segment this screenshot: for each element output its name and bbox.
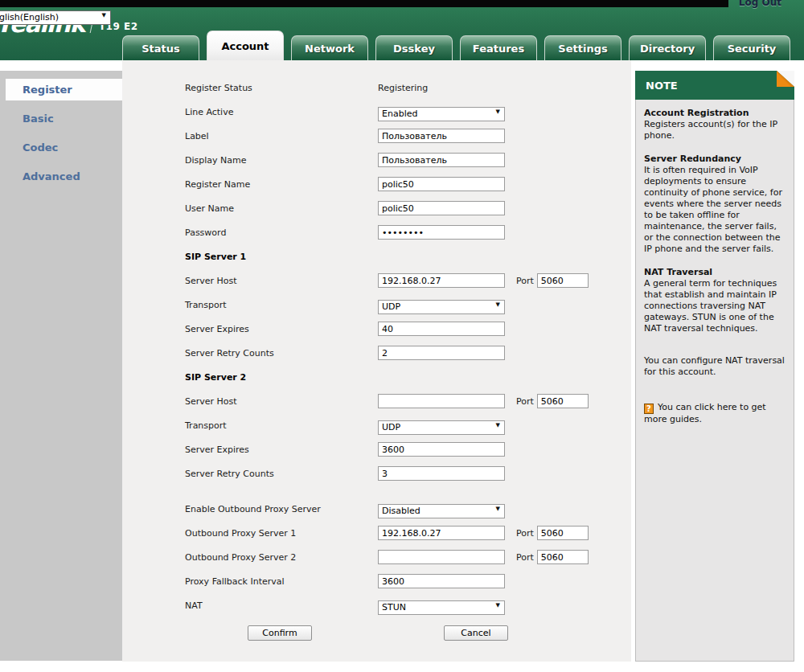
language-select[interactable]: English(English)	[0, 10, 111, 25]
line-active-select[interactable]: Enabled	[378, 107, 505, 121]
sip2-transport-label: Transport	[185, 420, 378, 431]
outbound-proxy-1-port-input[interactable]	[537, 526, 589, 540]
language-select-wrap: English(English) ▼	[0, 8, 111, 23]
sip2-retry-counts-input[interactable]	[378, 466, 505, 481]
sip2-server-expires-input[interactable]	[378, 442, 505, 457]
row-register-name: Register Name	[185, 172, 631, 196]
label-label: Label	[185, 131, 378, 141]
nat-label: NAT	[185, 600, 378, 611]
note-panel-body: Account Registration Registers account(s…	[635, 100, 794, 662]
sidebar-item-codec[interactable]: Codec	[0, 137, 122, 158]
outbound-proxy-2-port-input[interactable]	[537, 550, 589, 564]
enable-outbound-proxy-label: Enable Outbound Proxy Server	[185, 504, 378, 514]
row-sip2-retry-counts: Server Retry Counts	[185, 461, 631, 486]
sip1-server-expires-input[interactable]	[378, 322, 505, 336]
sip2-port-input[interactable]	[537, 394, 589, 408]
tab-account[interactable]: Account	[207, 31, 284, 60]
confirm-button[interactable]: Confirm	[248, 625, 312, 641]
password-input[interactable]	[378, 225, 505, 240]
sip1-server-host-label: Server Host	[185, 276, 378, 286]
nat-select[interactable]: STUN	[378, 600, 505, 615]
sidebar-item-register[interactable]: Register	[6, 79, 122, 100]
sip1-server-host-input[interactable]	[378, 273, 505, 288]
row-sip1-server-host: Server Host Port	[185, 268, 631, 293]
sip1-transport-label: Transport	[185, 300, 378, 310]
help-icon[interactable]: ?	[644, 404, 654, 414]
sidebar-item-basic[interactable]: Basic	[0, 108, 122, 129]
row-register-status: Register Status Registering	[185, 76, 631, 100]
user-name-input[interactable]	[378, 201, 505, 215]
register-status-label: Register Status	[185, 83, 378, 93]
note-section-server-redundancy: Server Redundancy It is often required i…	[644, 154, 786, 255]
sip1-retry-counts-label: Server Retry Counts	[185, 348, 378, 359]
enable-outbound-proxy-select[interactable]: Disabled	[378, 504, 505, 518]
tab-network[interactable]: Network	[291, 35, 368, 60]
sip-server-2-heading: SIP Server 2	[185, 365, 631, 389]
main-nav-tabs: Status Account Network Dsskey Features S…	[122, 31, 790, 60]
sip2-server-expires-label: Server Expires	[185, 445, 378, 455]
sip2-transport-select[interactable]: UDP	[378, 420, 505, 435]
row-sip2-server-expires: Server Expires	[185, 437, 631, 461]
row-outbound-proxy-2: Outbound Proxy Server 2 Port	[185, 545, 631, 569]
tab-directory[interactable]: Directory	[629, 35, 706, 60]
register-status-value: Registering	[378, 83, 428, 93]
password-label: Password	[185, 227, 378, 238]
account-register-form: Register Status Registering Line Active …	[122, 60, 631, 662]
tab-status[interactable]: Status	[122, 35, 199, 60]
proxy-fallback-interval-label: Proxy Fallback Interval	[185, 576, 378, 587]
register-name-label: Register Name	[185, 179, 378, 190]
note-section-account-registration: Account Registration Registers account(s…	[644, 108, 786, 141]
logout-link[interactable]: Log Out	[739, 0, 781, 8]
top-black-strip	[0, 0, 728, 7]
user-name-label: User Name	[185, 203, 378, 214]
sip1-transport-select[interactable]: UDP	[378, 300, 505, 314]
tab-settings[interactable]: Settings	[544, 35, 621, 60]
row-outbound-proxy-1: Outbound Proxy Server 1 Port	[185, 521, 631, 545]
tab-dsskey[interactable]: Dsskey	[375, 35, 453, 60]
note-section-nat-traversal: NAT Traversal A general term for techniq…	[644, 267, 786, 334]
note-help-text: You can click here to get more guides.	[644, 402, 766, 424]
note-help-line: ?You can click here to get more guides.	[644, 402, 786, 425]
row-sip2-server-host: Server Host Port	[185, 389, 631, 413]
row-sip1-server-expires: Server Expires	[185, 317, 631, 341]
row-user-name: User Name	[185, 196, 631, 220]
sip2-port-label: Port	[516, 396, 534, 407]
form-buttons: Confirm Cancel	[185, 625, 631, 641]
note-title: NOTE	[646, 80, 678, 92]
label-input[interactable]	[378, 129, 505, 143]
sidebar-item-advanced[interactable]: Advanced	[0, 166, 122, 187]
row-enable-outbound-proxy: Enable Outbound Proxy Server Disabled ▼	[185, 497, 631, 521]
note-panel: NOTE Account Registration Registers acco…	[635, 71, 794, 662]
sip1-retry-counts-input[interactable]	[378, 346, 505, 360]
cancel-button[interactable]: Cancel	[444, 625, 508, 641]
row-display-name: Display Name	[185, 148, 631, 172]
proxy-fallback-interval-input[interactable]	[378, 574, 505, 588]
sip1-port-input[interactable]	[537, 273, 589, 288]
outbound-proxy-2-input[interactable]	[378, 550, 505, 564]
outbound-proxy-1-label: Outbound Proxy Server 1	[185, 528, 378, 539]
tab-features[interactable]: Features	[460, 35, 537, 60]
sip2-server-host-input[interactable]	[378, 394, 505, 408]
sip-server-1-heading: SIP Server 1	[185, 244, 631, 268]
row-sip1-transport: Transport UDP ▼	[185, 293, 631, 317]
sidebar: Register Basic Codec Advanced	[0, 71, 122, 661]
header: Yealink T19 E2 Log Out English(English) …	[0, 0, 804, 60]
row-line-active: Line Active Enabled ▼	[185, 100, 631, 124]
sip2-server-host-label: Server Host	[185, 396, 378, 407]
row-password: Password	[185, 220, 631, 244]
yealink-web-ui: Yealink T19 E2 Log Out English(English) …	[0, 0, 804, 672]
note-extra-text: You can configure NAT traversal for this…	[644, 355, 786, 378]
row-proxy-fallback-interval: Proxy Fallback Interval	[185, 569, 631, 593]
outbound-proxy-1-input[interactable]	[378, 526, 505, 540]
tab-security[interactable]: Security	[713, 35, 790, 60]
folded-corner-icon	[777, 71, 794, 87]
row-label: Label	[185, 124, 631, 148]
line-active-label: Line Active	[185, 107, 378, 117]
display-name-input[interactable]	[378, 153, 505, 167]
row-nat: NAT STUN ▼	[185, 593, 631, 617]
note-panel-header: NOTE	[635, 71, 794, 100]
row-sip1-retry-counts: Server Retry Counts	[185, 341, 631, 365]
register-name-input[interactable]	[378, 177, 505, 191]
sip1-server-expires-label: Server Expires	[185, 324, 378, 334]
display-name-label: Display Name	[185, 155, 378, 166]
